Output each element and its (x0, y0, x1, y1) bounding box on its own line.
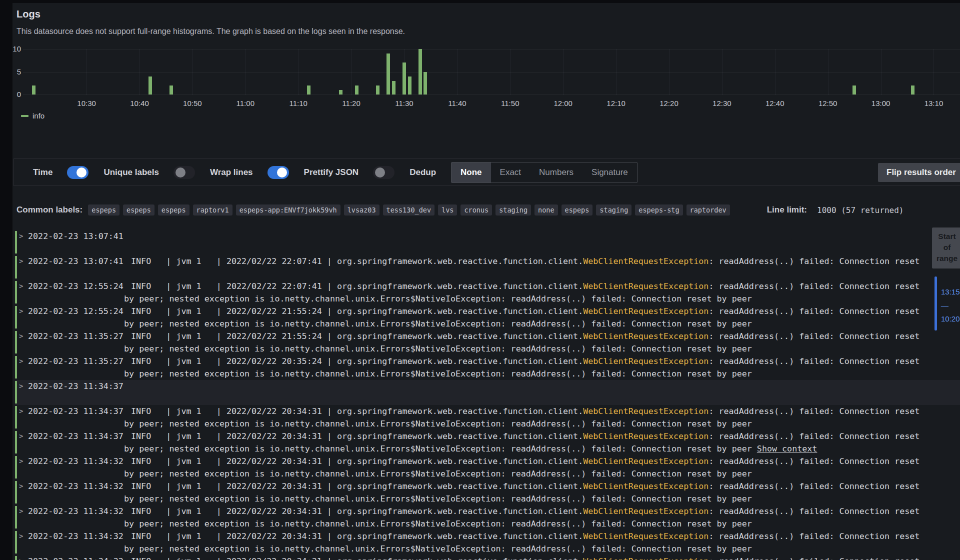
common-label-chip: lvs (438, 204, 457, 216)
expand-chevron-icon[interactable]: > (19, 530, 23, 542)
log-controls-bar: Time Unique labels Wrap lines Prettify J… (13, 158, 960, 186)
log-timestamp: 2022-02-23 11:35:27 (28, 330, 124, 342)
log-level-indicator (15, 531, 17, 554)
x-axis-tick-label: 11:50 (492, 99, 528, 108)
expand-chevron-icon[interactable]: > (19, 455, 23, 468)
log-level-indicator (15, 331, 17, 354)
chart-vgridline (86, 49, 87, 95)
toggle-wrap-lines[interactable]: Wrap lines (210, 166, 289, 179)
expand-chevron-icon[interactable]: > (19, 430, 23, 442)
log-row[interactable]: > 2022-02-23 11:34:32 INFO | jvm 1 | 202… (15, 530, 960, 555)
range-start-time: 10:20: (941, 312, 960, 326)
log-row[interactable]: > 2022-02-23 11:35:27 INFO | jvm 1 | 202… (15, 330, 960, 355)
expand-chevron-icon[interactable]: > (19, 305, 23, 318)
toggle-knob-icon (375, 168, 385, 178)
expand-chevron-icon[interactable]: > (19, 505, 23, 518)
dedup-option-none[interactable]: None (452, 162, 491, 182)
legend-item-info[interactable]: info (21, 112, 44, 120)
expand-chevron-icon[interactable]: > (19, 355, 23, 368)
x-axis-tick-label: 12:30 (704, 99, 740, 108)
common-label-chip: espeps (562, 204, 593, 216)
expand-chevron-icon[interactable]: > (19, 255, 23, 268)
histogram-bar (376, 86, 380, 94)
chart-hgridline (23, 94, 960, 95)
common-label-chip: espeps (158, 204, 190, 216)
log-row[interactable]: > 2022-02-23 11:34:37 INFO | jvm 1 | 202… (15, 430, 960, 455)
expand-chevron-icon[interactable]: > (19, 230, 23, 242)
expand-chevron-icon[interactable]: > (19, 280, 23, 292)
expand-chevron-icon[interactable]: > (19, 480, 23, 492)
expand-chevron-icon[interactable]: > (19, 330, 23, 342)
log-level-indicator (15, 431, 17, 454)
x-axis-tick-label: 10:40 (122, 99, 157, 108)
log-row[interactable]: > 2022-02-23 11:34:32 INFO | jvm 1 | 202… (15, 480, 960, 505)
log-level-indicator (15, 306, 17, 328)
common-label-chip: cronus (460, 204, 492, 216)
common-label-chip: tess130_dev (383, 204, 434, 216)
chart-vgridline (722, 49, 722, 95)
log-timestamp: 2022-02-23 11:34:32 (28, 530, 124, 542)
expand-chevron-icon[interactable]: > (19, 380, 23, 392)
histogram-bar (402, 62, 406, 94)
toggle-label: Unique labels (104, 168, 159, 178)
toggle-unique-labels[interactable]: Unique labels (104, 166, 195, 179)
histogram-bar (307, 86, 310, 94)
log-message: INFO | jvm 1 | 2022/02/22 20:34:31 | org… (124, 555, 960, 560)
log-timestamp: 2022-02-23 11:34:32 (28, 455, 124, 468)
toggle-switch[interactable] (373, 166, 394, 179)
x-axis-tick-label: 13:10 (916, 99, 951, 108)
log-level-indicator (15, 281, 17, 304)
log-row[interactable]: > 2022-02-23 12:55:24 INFO | jvm 1 | 202… (15, 305, 960, 330)
legend-label: info (32, 112, 44, 120)
log-row[interactable]: > 2022-02-23 13:07:41 INFO | jvm 1 | 202… (15, 255, 960, 280)
log-rows-list: > 2022-02-23 13:07:41 INFO | jvm 1 | 202… (15, 230, 960, 560)
time-range-bar[interactable] (934, 276, 937, 330)
toggle-switch[interactable] (174, 166, 195, 179)
log-timestamp: 2022-02-23 11:34:37 (28, 405, 124, 418)
log-row[interactable]: > 2022-02-23 11:34:37 INFO | jvm 1 | 202… (15, 405, 960, 430)
log-row[interactable]: > 2022-02-23 11:34:37 INFO | jvm 1 | 202… (15, 380, 960, 405)
common-label-chip: lvsaz03 (344, 204, 380, 216)
toggle-prettify-json[interactable]: Prettify JSON (304, 166, 395, 179)
x-axis-tick-label: 11:10 (281, 99, 316, 108)
chart-vgridline (775, 49, 776, 95)
log-timestamp: 2022-02-23 13:07:41 (28, 255, 124, 268)
line-limit-value: 1000 (57 returned) (817, 206, 904, 215)
toggle-knob-icon (277, 168, 287, 178)
log-level-indicator (15, 506, 17, 528)
log-row[interactable]: > 2022-02-23 11:34:32 INFO | jvm 1 | 202… (15, 455, 960, 480)
log-timestamp: 2022-02-23 12:55:24 (28, 305, 124, 318)
histogram-bar (852, 86, 856, 94)
log-row[interactable]: > 2022-02-23 12:55:24 INFO | jvm 1 | 202… (15, 280, 960, 305)
log-timestamp: 2022-02-23 11:35:27 (28, 355, 124, 368)
histogram-bar (355, 86, 358, 94)
toggle-time[interactable]: Time (33, 166, 88, 179)
chart-vgridline (563, 49, 564, 95)
toggle-switch[interactable] (67, 166, 88, 179)
log-timestamp: 2022-02-23 11:34:32 (28, 555, 124, 560)
dedup-label: Dedup (410, 168, 436, 178)
log-level-indicator (15, 481, 17, 504)
dedup-option-signature[interactable]: Signature (582, 162, 637, 182)
log-row[interactable]: > 2022-02-23 11:35:27 INFO | jvm 1 | 202… (15, 355, 960, 380)
x-axis-tick-label: 12:10 (598, 99, 634, 108)
histogram-bar (148, 76, 152, 94)
log-level-indicator (15, 381, 17, 404)
y-axis-tick-label: 10 (12, 44, 21, 53)
log-level-indicator (15, 356, 17, 378)
dedup-option-numbers[interactable]: Numbers (530, 162, 582, 182)
log-row[interactable]: > 2022-02-23 13:07:41 INFO | jvm 1 | 202… (15, 230, 960, 255)
datasource-notice: This datasource does not support full-ra… (16, 27, 405, 36)
toggle-switch[interactable] (268, 166, 289, 179)
dedup-option-exact[interactable]: Exact (491, 162, 530, 182)
log-row[interactable]: > 2022-02-23 11:34:32 INFO | jvm 1 | 202… (15, 505, 960, 530)
log-level-indicator (15, 256, 17, 278)
logs-histogram: 051010:3010:4010:5011:0011:1011:2011:301… (12, 45, 960, 112)
chart-vgridline (140, 49, 140, 95)
chart-vgridline (828, 49, 828, 95)
flip-results-order-button[interactable]: Flip results order (878, 163, 960, 182)
log-row[interactable]: > 2022-02-23 11:34:32 INFO | jvm 1 | 202… (15, 555, 960, 560)
expand-chevron-icon[interactable]: > (19, 405, 23, 418)
histogram-bar (911, 86, 914, 94)
expand-chevron-icon[interactable]: > (19, 555, 23, 560)
